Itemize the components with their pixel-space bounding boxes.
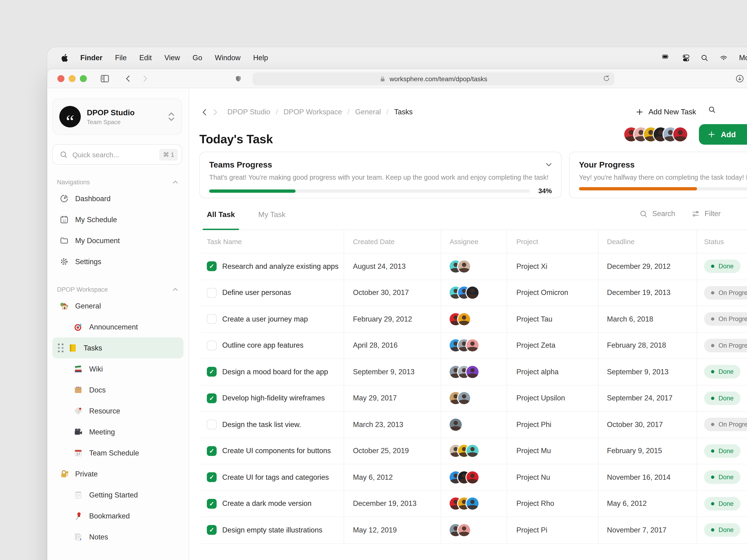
column-header-created-date[interactable]: Created Date xyxy=(344,230,441,253)
avatar[interactable] xyxy=(466,445,479,457)
workspace-switcher[interactable]: “ DPOP Studio Team Space xyxy=(52,99,182,135)
assignee-avatars[interactable] xyxy=(449,340,479,352)
sidebar-item-docs[interactable]: Docs xyxy=(52,379,183,400)
battery-icon[interactable] xyxy=(660,55,671,61)
breadcrumb-item-tasks[interactable]: Tasks xyxy=(394,108,412,116)
zoom-window-button[interactable] xyxy=(80,75,87,82)
avatar[interactable] xyxy=(466,366,479,378)
assignee-avatars[interactable] xyxy=(449,392,470,404)
column-header-project[interactable]: Project xyxy=(507,230,598,253)
table-row[interactable]: ✓Develop high-fidelity wireframesMay 29,… xyxy=(201,385,747,411)
sidebar-item-resource[interactable]: Resource xyxy=(52,400,183,421)
sidebar-item-my-schedule[interactable]: 12My Schedule xyxy=(52,209,183,230)
task-checkbox[interactable]: ✓ xyxy=(207,367,216,377)
task-checkbox[interactable]: ✓ xyxy=(207,499,216,509)
menu-item-file[interactable]: File xyxy=(115,54,127,62)
downloads-icon[interactable] xyxy=(735,73,745,84)
team-avatars[interactable] xyxy=(624,127,687,141)
sidebar-item-settings[interactable]: Settings xyxy=(52,251,183,272)
avatar[interactable] xyxy=(458,260,470,272)
column-header-task-name[interactable]: Task Name xyxy=(201,230,344,253)
menu-item-help[interactable]: Help xyxy=(253,54,268,62)
nav-forward-icon[interactable] xyxy=(210,107,220,117)
control-center-icon[interactable] xyxy=(682,54,690,62)
task-checkbox[interactable] xyxy=(207,288,216,298)
sidebar-item-team-schedule[interactable]: 17Team Schedule xyxy=(52,443,183,463)
sidebar-item-bookmarked[interactable]: Bookmarked xyxy=(52,505,183,526)
task-checkbox[interactable] xyxy=(207,314,216,324)
column-header-deadline[interactable]: Deadline xyxy=(598,230,697,253)
sidebar-item-announcement[interactable]: Announcement xyxy=(52,316,183,338)
task-checkbox[interactable]: ✓ xyxy=(207,393,216,403)
table-row[interactable]: ✓Design empty state illustrationsMay 12,… xyxy=(201,517,747,543)
privacy-shield-icon[interactable] xyxy=(233,73,244,84)
sidebar-item-general[interactable]: General xyxy=(52,295,183,316)
sidebar-item-dashboard[interactable]: Dashboard xyxy=(52,188,183,209)
menu-item-finder[interactable]: Finder xyxy=(80,54,102,62)
avatar[interactable] xyxy=(466,340,479,352)
table-row[interactable]: Design the task list view.March 23, 2013… xyxy=(201,411,747,438)
column-header-status[interactable]: Status xyxy=(697,230,747,253)
add-new-task-button[interactable]: Add New Task xyxy=(636,105,696,119)
sidebar-item-my-document[interactable]: My Document xyxy=(52,230,183,251)
table-row[interactable]: Create a user journey mapFebruary 29, 20… xyxy=(201,306,747,332)
breadcrumb-item-general[interactable]: General xyxy=(355,108,381,116)
sidebar-item-getting-started[interactable]: Getting Started xyxy=(52,484,183,505)
sidebar-toggle-icon[interactable] xyxy=(99,73,110,84)
menu-item-view[interactable]: View xyxy=(164,54,180,62)
assignee-avatars[interactable] xyxy=(449,260,470,272)
assignee-avatars[interactable] xyxy=(449,471,479,483)
assignee-avatars[interactable] xyxy=(449,445,479,457)
avatar[interactable] xyxy=(449,419,462,431)
drag-handle-icon[interactable] xyxy=(58,344,63,352)
table-row[interactable]: Outline core app featuresApril 28, 2016P… xyxy=(201,332,747,359)
page-search-icon[interactable] xyxy=(708,106,716,113)
close-window-button[interactable] xyxy=(57,75,65,82)
menu-item-window[interactable]: Window xyxy=(215,54,240,62)
menu-clock[interactable]: Mon xyxy=(739,54,747,62)
table-row[interactable]: ✓Research and analyze existing appsAugus… xyxy=(201,254,747,280)
minimize-window-button[interactable] xyxy=(69,75,76,82)
assignee-avatars[interactable] xyxy=(449,524,470,536)
table-row[interactable]: ✓Design a mood board for the appSeptembe… xyxy=(201,359,747,385)
tab-all-task[interactable]: All Task xyxy=(207,207,235,230)
table-row[interactable]: ✓Create UI for tags and categoriesMay 6,… xyxy=(201,464,747,491)
task-checkbox[interactable] xyxy=(207,341,216,350)
table-search-button[interactable]: Search xyxy=(640,210,675,218)
sidebar-item-tasks[interactable]: Tasks xyxy=(52,338,183,358)
avatar[interactable] xyxy=(466,471,479,483)
sidebar-item-private[interactable]: Private xyxy=(52,463,183,484)
avatar[interactable] xyxy=(458,524,470,536)
spotlight-search-icon[interactable] xyxy=(701,54,708,61)
chevron-up-icon[interactable] xyxy=(172,286,179,293)
assignee-avatars[interactable] xyxy=(449,287,479,299)
task-checkbox[interactable]: ✓ xyxy=(207,473,216,482)
avatar[interactable] xyxy=(458,313,470,325)
breadcrumb-item-dpop-workspace[interactable]: DPOP Workspace xyxy=(283,108,342,116)
breadcrumb-item-dpop-studio[interactable]: DPOP Studio xyxy=(227,108,270,116)
tab-my-task[interactable]: My Task xyxy=(258,207,285,230)
avatar[interactable] xyxy=(673,127,687,141)
forward-button[interactable] xyxy=(139,73,150,84)
sidebar-item-wiki[interactable]: Wiki xyxy=(52,358,183,379)
avatar[interactable] xyxy=(466,498,479,510)
nav-back-icon[interactable] xyxy=(199,107,210,117)
assignee-avatars[interactable] xyxy=(449,313,470,325)
column-header-assignee[interactable]: Assignee xyxy=(441,230,507,253)
avatar[interactable] xyxy=(466,287,479,299)
apple-logo-icon[interactable] xyxy=(60,53,68,62)
avatar[interactable] xyxy=(458,392,470,404)
sidebar-item-meeting[interactable]: Meeting xyxy=(52,421,183,443)
menu-item-edit[interactable]: Edit xyxy=(139,54,152,62)
add-button[interactable]: Add xyxy=(699,124,747,145)
task-checkbox[interactable]: ✓ xyxy=(207,525,216,535)
chevron-down-icon[interactable] xyxy=(545,161,553,168)
assignee-avatars[interactable] xyxy=(449,366,479,378)
back-button[interactable] xyxy=(123,73,133,84)
task-checkbox[interactable]: ✓ xyxy=(207,446,216,456)
assignee-avatars[interactable] xyxy=(449,498,479,510)
table-row[interactable]: ✓Create UI components for buttonsOctober… xyxy=(201,438,747,464)
sidebar-item-notes[interactable]: Notes xyxy=(52,526,183,548)
refresh-icon[interactable] xyxy=(603,75,610,82)
quick-search-input[interactable]: Quick search... ⌘ 1 xyxy=(52,144,182,165)
